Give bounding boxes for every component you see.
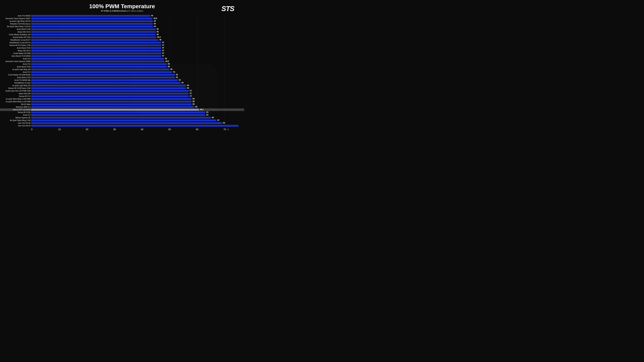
bar-track: 45 — [31, 31, 238, 33]
bar-track: 54 — [31, 82, 238, 84]
bar-row: Xilence XPF-120 ARGB59,1 — [0, 108, 244, 111]
y-category-label: Arctic P12 — [5, 71, 31, 73]
y-category-label: BitFenix Spectre SE — [5, 117, 31, 119]
bar — [31, 58, 164, 60]
bar-value-label: 58 — [192, 98, 194, 100]
x-tick-label: 70 — [224, 128, 226, 131]
bar-row: Phanteks T30 Performance44 — [5, 23, 238, 25]
bar-track: 47 — [31, 47, 238, 49]
bar-row: Asiahorse 9002 Pro59 — [5, 106, 238, 108]
bar — [31, 109, 199, 111]
bar-value-label: 54 — [182, 82, 184, 84]
bar-value-label: 45 — [157, 28, 159, 30]
bar — [31, 66, 167, 68]
bar-value-label: 49 — [168, 65, 170, 67]
bar-row: Noctua NF-S12A63 — [5, 111, 238, 114]
y-category-label: NoiseBlocker eLoopX — [5, 82, 31, 84]
bar-row: be quiet! Silent Wing 4 140 PWM58 — [5, 98, 238, 100]
bar-track: 57 — [31, 90, 238, 92]
bar-value-label: 47 — [162, 41, 164, 43]
x-tick-label: 50 — [168, 128, 171, 131]
y-category-label: be quiet! Light Wing 140 HS — [5, 20, 31, 22]
bar-value-label: 63 — [206, 114, 208, 116]
bar-track: 49 — [31, 63, 238, 65]
x-tick-label: 40 — [141, 128, 144, 131]
bar — [31, 82, 180, 84]
bar-value-label: 65 — [212, 116, 214, 118]
bar — [31, 42, 161, 43]
bar — [31, 63, 167, 65]
x-tick-label: 0 — [31, 128, 32, 131]
bar — [31, 26, 153, 27]
bar-value-label: 57 — [190, 95, 192, 97]
y-category-label: Akasa Otto SC12 — [5, 31, 31, 33]
y-category-label: Cooler Master Sickleflow 120 — [5, 34, 31, 35]
bar-track: 51 — [31, 71, 238, 73]
bar-row: Noctua NF-F1257 — [5, 95, 238, 97]
bar — [31, 47, 161, 49]
bar-track: 43,9 — [31, 17, 238, 19]
y-category-label: Inter-Tech RS 06 — [5, 122, 31, 124]
bar-value-label: 59,1 — [200, 108, 204, 110]
bar-track: 47 — [31, 42, 238, 43]
bar-track: 48 — [31, 58, 238, 60]
bar — [31, 50, 161, 52]
y-category-label: Noctua NF-P12 Redux 1700 — [5, 44, 31, 46]
bar-track: 59 — [31, 106, 238, 108]
bar-value-label: 63 — [206, 111, 208, 113]
y-category-label: be quiet! Silent Wing 4 120 PWM — [5, 101, 31, 103]
logo-watermark: STS — [221, 5, 234, 13]
bar-value-label: 45 — [157, 33, 159, 35]
bar — [31, 34, 156, 35]
bar-row: Cooler Master SF120M47 — [5, 52, 238, 55]
bar-row: Akasa Soho AR57 — [5, 92, 238, 95]
y-category-label: Arctic P14 ARGB — [5, 15, 31, 17]
bar-row: Arctic P14 ARGB43 — [5, 14, 238, 17]
y-category-label: Arctic Bionix P120 — [5, 66, 31, 68]
bar-row: Cooler Master Sickleflow 12045 — [5, 33, 238, 36]
y-category-label: Arctic BioniX F140 — [5, 28, 31, 30]
bar-track: 44 — [31, 23, 238, 25]
y-category-label: Arctic Bionix P140 — [5, 47, 31, 49]
bar-track: 57 — [31, 95, 238, 97]
x-tick-label: 30 — [113, 128, 116, 131]
x-tick-label: 20 — [86, 128, 88, 131]
bar — [31, 71, 172, 73]
bar-value-label: 44 — [154, 23, 156, 25]
bar-track: 49 — [31, 66, 238, 68]
bar-row: Arctic P12 ARGB 0db53 — [5, 79, 238, 81]
bar — [31, 36, 156, 38]
bar-value-label: 44 — [154, 20, 156, 22]
bar-track: 47 — [31, 50, 238, 52]
bar-track: 58 — [31, 101, 238, 103]
bar-track: 59,1 — [31, 109, 244, 111]
bar — [31, 117, 211, 119]
bar-value-label: 43 — [151, 14, 153, 16]
bar — [31, 93, 189, 94]
chart-title: 100% PWM Temperature — [0, 0, 244, 9]
y-category-label: Arctic Bionix F120 — [5, 77, 31, 78]
bar-value-label: 57 — [190, 92, 192, 94]
bar-value-label: 56 — [187, 84, 189, 86]
bar-value-label: 46 — [159, 39, 161, 41]
bar-value-label: 58 — [192, 100, 194, 102]
bar — [31, 44, 161, 46]
y-category-label: Arctic BioniX P120 ARGB — [5, 55, 31, 57]
bar-value-label: 47 — [162, 49, 164, 51]
bar-track: 52 — [31, 74, 238, 76]
bar-row: NoiseBlocker eLoop B14-Ps47 — [5, 41, 238, 44]
bar — [31, 114, 205, 116]
bar-value-label: 48,2 — [165, 60, 169, 62]
bar-value-label: 43,9 — [154, 17, 157, 19]
bar-row: Arctic BioniX P120 ARGB47 — [5, 55, 238, 57]
bar-row: Arctic P1449 — [5, 63, 238, 65]
bar — [31, 39, 158, 41]
bar-value-label: 45 — [157, 31, 159, 33]
x-axis-unit: °C — [227, 129, 229, 131]
bar-row: Arctic BioniX F14045 — [5, 28, 238, 30]
y-category-label: NoiseBlocker eLoop B14-Ps — [5, 42, 31, 43]
y-category-label: Inter-Tech RS 04 — [5, 125, 31, 127]
y-category-label: Noctua NF-S12A — [5, 111, 31, 113]
bar-value-label: 69 — [223, 122, 225, 124]
bar-row: Inter-Tech RS 04 — [5, 124, 238, 127]
